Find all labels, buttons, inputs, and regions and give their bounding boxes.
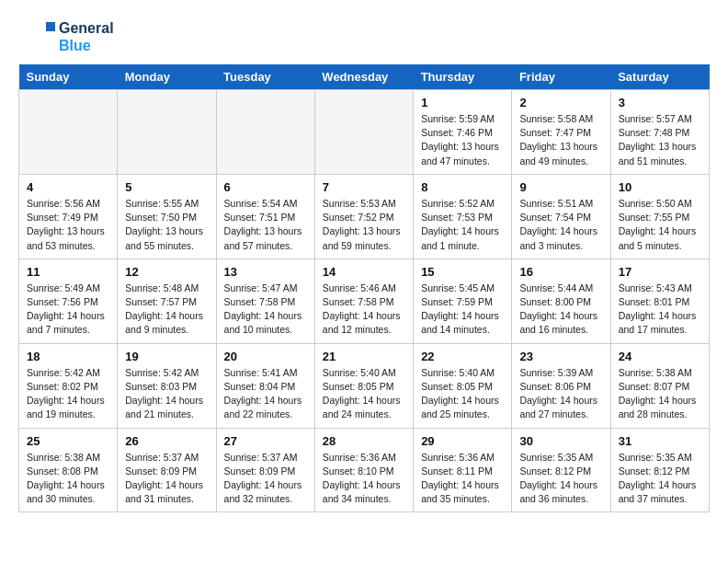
day-cell: 30Sunrise: 5:35 AM Sunset: 8:12 PM Dayli… bbox=[512, 428, 610, 512]
day-cell: 22Sunrise: 5:40 AM Sunset: 8:05 PM Dayli… bbox=[414, 343, 512, 428]
day-cell: 15Sunrise: 5:45 AM Sunset: 7:59 PM Dayli… bbox=[414, 259, 512, 343]
day-cell: 20Sunrise: 5:41 AM Sunset: 8:04 PM Dayli… bbox=[216, 343, 314, 428]
week-row-3: 11Sunrise: 5:49 AM Sunset: 7:56 PM Dayli… bbox=[19, 259, 710, 343]
day-info: Sunrise: 5:49 AM Sunset: 7:56 PM Dayligh… bbox=[27, 282, 109, 338]
day-number: 21 bbox=[323, 350, 405, 363]
day-info: Sunrise: 5:40 AM Sunset: 8:05 PM Dayligh… bbox=[421, 366, 504, 422]
day-number: 17 bbox=[619, 265, 701, 279]
day-info: Sunrise: 5:37 AM Sunset: 8:09 PM Dayligh… bbox=[224, 451, 307, 507]
day-cell: 29Sunrise: 5:36 AM Sunset: 8:11 PM Dayli… bbox=[414, 428, 512, 512]
day-cell: 3Sunrise: 5:57 AM Sunset: 7:48 PM Daylig… bbox=[610, 90, 709, 175]
day-cell: 13Sunrise: 5:47 AM Sunset: 7:58 PM Dayli… bbox=[216, 259, 314, 343]
day-number: 23 bbox=[519, 350, 602, 363]
logo-general-text: General bbox=[59, 19, 114, 37]
day-cell: 26Sunrise: 5:37 AM Sunset: 8:09 PM Dayli… bbox=[118, 428, 216, 512]
logo: General Blue bbox=[18, 18, 114, 55]
weekday-header-tuesday: Tuesday bbox=[216, 64, 314, 90]
day-number: 30 bbox=[519, 434, 602, 448]
day-info: Sunrise: 5:55 AM Sunset: 7:50 PM Dayligh… bbox=[125, 197, 208, 253]
day-cell: 25Sunrise: 5:38 AM Sunset: 8:08 PM Dayli… bbox=[19, 428, 118, 512]
weekday-header-sunday: Sunday bbox=[19, 64, 118, 90]
day-info: Sunrise: 5:42 AM Sunset: 8:03 PM Dayligh… bbox=[125, 366, 208, 422]
day-number: 12 bbox=[125, 265, 208, 279]
day-number: 20 bbox=[224, 350, 307, 363]
day-cell: 5Sunrise: 5:55 AM Sunset: 7:50 PM Daylig… bbox=[118, 174, 216, 259]
weekday-header-row: SundayMondayTuesdayWednesdayThursdayFrid… bbox=[19, 64, 710, 90]
day-info: Sunrise: 5:36 AM Sunset: 8:10 PM Dayligh… bbox=[323, 451, 405, 507]
day-cell: 27Sunrise: 5:37 AM Sunset: 8:09 PM Dayli… bbox=[216, 428, 314, 512]
day-number: 26 bbox=[125, 434, 208, 448]
day-number: 27 bbox=[224, 434, 307, 448]
day-info: Sunrise: 5:51 AM Sunset: 7:54 PM Dayligh… bbox=[519, 197, 602, 253]
day-info: Sunrise: 5:54 AM Sunset: 7:51 PM Dayligh… bbox=[224, 197, 307, 253]
weekday-header-monday: Monday bbox=[118, 64, 216, 90]
day-cell: 1Sunrise: 5:59 AM Sunset: 7:46 PM Daylig… bbox=[414, 90, 512, 175]
day-number: 9 bbox=[519, 180, 602, 194]
day-info: Sunrise: 5:48 AM Sunset: 7:57 PM Dayligh… bbox=[125, 282, 208, 338]
day-number: 16 bbox=[519, 265, 602, 279]
day-cell: 4Sunrise: 5:56 AM Sunset: 7:49 PM Daylig… bbox=[19, 174, 118, 259]
day-number: 2 bbox=[519, 96, 602, 109]
day-info: Sunrise: 5:43 AM Sunset: 8:01 PM Dayligh… bbox=[619, 282, 701, 338]
day-cell: 9Sunrise: 5:51 AM Sunset: 7:54 PM Daylig… bbox=[512, 174, 610, 259]
day-cell bbox=[19, 90, 118, 175]
day-info: Sunrise: 5:38 AM Sunset: 8:08 PM Dayligh… bbox=[27, 451, 109, 507]
day-number: 25 bbox=[27, 434, 109, 448]
day-cell bbox=[118, 90, 216, 175]
day-info: Sunrise: 5:47 AM Sunset: 7:58 PM Dayligh… bbox=[224, 282, 307, 338]
day-cell: 12Sunrise: 5:48 AM Sunset: 7:57 PM Dayli… bbox=[118, 259, 216, 343]
day-number: 24 bbox=[619, 350, 701, 363]
day-cell: 17Sunrise: 5:43 AM Sunset: 8:01 PM Dayli… bbox=[610, 259, 709, 343]
day-info: Sunrise: 5:37 AM Sunset: 8:09 PM Dayligh… bbox=[125, 451, 208, 507]
day-info: Sunrise: 5:39 AM Sunset: 8:06 PM Dayligh… bbox=[519, 366, 602, 422]
day-cell: 19Sunrise: 5:42 AM Sunset: 8:03 PM Dayli… bbox=[118, 343, 216, 428]
day-cell: 14Sunrise: 5:46 AM Sunset: 7:58 PM Dayli… bbox=[314, 259, 413, 343]
day-number: 31 bbox=[619, 434, 701, 448]
day-info: Sunrise: 5:53 AM Sunset: 7:52 PM Dayligh… bbox=[323, 197, 405, 253]
day-cell: 31Sunrise: 5:35 AM Sunset: 8:12 PM Dayli… bbox=[610, 428, 709, 512]
day-number: 13 bbox=[224, 265, 307, 279]
calendar-table: SundayMondayTuesdayWednesdayThursdayFrid… bbox=[18, 64, 710, 512]
day-info: Sunrise: 5:56 AM Sunset: 7:49 PM Dayligh… bbox=[27, 197, 109, 253]
day-cell: 16Sunrise: 5:44 AM Sunset: 8:00 PM Dayli… bbox=[512, 259, 610, 343]
day-number: 4 bbox=[27, 180, 109, 194]
day-cell: 23Sunrise: 5:39 AM Sunset: 8:06 PM Dayli… bbox=[512, 343, 610, 428]
day-info: Sunrise: 5:50 AM Sunset: 7:55 PM Dayligh… bbox=[619, 197, 701, 253]
day-cell: 11Sunrise: 5:49 AM Sunset: 7:56 PM Dayli… bbox=[19, 259, 118, 343]
day-info: Sunrise: 5:35 AM Sunset: 8:12 PM Dayligh… bbox=[619, 451, 701, 507]
day-info: Sunrise: 5:46 AM Sunset: 7:58 PM Dayligh… bbox=[323, 282, 405, 338]
day-number: 29 bbox=[421, 434, 504, 448]
day-info: Sunrise: 5:42 AM Sunset: 8:02 PM Dayligh… bbox=[27, 366, 109, 422]
day-info: Sunrise: 5:36 AM Sunset: 8:11 PM Dayligh… bbox=[421, 451, 504, 507]
day-cell: 8Sunrise: 5:52 AM Sunset: 7:53 PM Daylig… bbox=[414, 174, 512, 259]
day-cell: 10Sunrise: 5:50 AM Sunset: 7:55 PM Dayli… bbox=[610, 174, 709, 259]
svg-rect-2 bbox=[46, 22, 55, 31]
logo-svg bbox=[18, 18, 55, 55]
page-header: General Blue bbox=[18, 18, 710, 55]
day-cell: 24Sunrise: 5:38 AM Sunset: 8:07 PM Dayli… bbox=[610, 343, 709, 428]
day-cell: 7Sunrise: 5:53 AM Sunset: 7:52 PM Daylig… bbox=[314, 174, 413, 259]
weekday-header-thursday: Thursday bbox=[414, 64, 512, 90]
day-info: Sunrise: 5:41 AM Sunset: 8:04 PM Dayligh… bbox=[224, 366, 307, 422]
day-cell: 2Sunrise: 5:58 AM Sunset: 7:47 PM Daylig… bbox=[512, 90, 610, 175]
day-number: 15 bbox=[421, 265, 504, 279]
day-info: Sunrise: 5:52 AM Sunset: 7:53 PM Dayligh… bbox=[421, 197, 504, 253]
day-info: Sunrise: 5:45 AM Sunset: 7:59 PM Dayligh… bbox=[421, 282, 504, 338]
day-info: Sunrise: 5:38 AM Sunset: 8:07 PM Dayligh… bbox=[619, 366, 701, 422]
day-number: 8 bbox=[421, 180, 504, 194]
day-number: 1 bbox=[421, 96, 504, 109]
day-number: 14 bbox=[323, 265, 405, 279]
week-row-5: 25Sunrise: 5:38 AM Sunset: 8:08 PM Dayli… bbox=[19, 428, 710, 512]
day-number: 22 bbox=[421, 350, 504, 363]
day-number: 18 bbox=[27, 350, 109, 363]
day-number: 10 bbox=[619, 180, 701, 194]
day-info: Sunrise: 5:40 AM Sunset: 8:05 PM Dayligh… bbox=[323, 366, 405, 422]
weekday-header-friday: Friday bbox=[512, 64, 610, 90]
day-cell: 28Sunrise: 5:36 AM Sunset: 8:10 PM Dayli… bbox=[314, 428, 413, 512]
logo-blue-text: Blue bbox=[59, 37, 114, 54]
day-number: 19 bbox=[125, 350, 208, 363]
week-row-2: 4Sunrise: 5:56 AM Sunset: 7:49 PM Daylig… bbox=[19, 174, 710, 259]
week-row-1: 1Sunrise: 5:59 AM Sunset: 7:46 PM Daylig… bbox=[19, 90, 710, 175]
day-info: Sunrise: 5:44 AM Sunset: 8:00 PM Dayligh… bbox=[519, 282, 602, 338]
day-number: 28 bbox=[323, 434, 405, 448]
